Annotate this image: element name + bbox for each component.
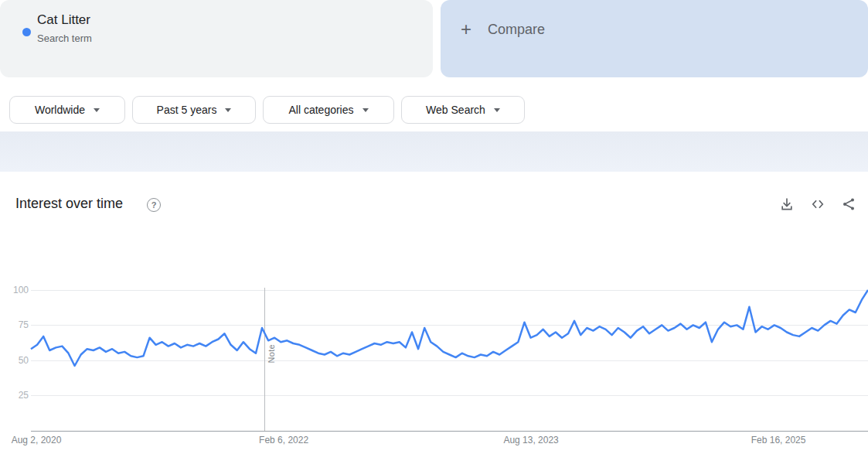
chevron-down-icon: [363, 108, 369, 112]
share-icon: [841, 196, 856, 212]
embed-button[interactable]: [809, 196, 826, 213]
filter-search-type-label: Web Search: [426, 104, 485, 116]
filter-category[interactable]: All categories: [263, 96, 394, 124]
chevron-down-icon: [225, 108, 231, 112]
filter-time-range-label: Past 5 years: [157, 104, 217, 116]
search-term-card[interactable]: Cat Litter Search term: [0, 0, 433, 77]
filter-category-label: All categories: [288, 104, 353, 116]
download-button[interactable]: [778, 196, 795, 213]
page-background-band: [0, 131, 868, 172]
chart-actions: [778, 196, 857, 213]
search-term-title: Cat Litter: [37, 12, 90, 28]
chevron-down-icon: [494, 108, 500, 112]
filter-bar: Worldwide Past 5 years All categories We…: [9, 96, 525, 124]
trend-line: [31, 290, 868, 366]
interest-over-time-card: Interest over time ? 100755025Aug 2, 202…: [0, 172, 868, 454]
filter-region[interactable]: Worldwide: [9, 96, 125, 124]
filter-time-range[interactable]: Past 5 years: [132, 96, 256, 124]
filter-region-label: Worldwide: [35, 104, 85, 116]
share-button[interactable]: [840, 196, 857, 213]
trend-chart-plot[interactable]: 100755025Aug 2, 2020Feb 6, 2022Aug 13, 2…: [0, 263, 868, 454]
help-icon[interactable]: ?: [147, 198, 161, 212]
download-icon: [779, 196, 795, 212]
filter-search-type[interactable]: Web Search: [401, 96, 525, 124]
series-color-dot: [22, 28, 31, 36]
chevron-down-icon: [94, 108, 100, 112]
compare-label: Compare: [488, 22, 545, 38]
search-term-subtitle: Search term: [37, 32, 92, 44]
embed-code-icon: [810, 196, 825, 212]
section-title: Interest over time: [15, 196, 123, 212]
plus-icon: +: [461, 19, 471, 40]
compare-card[interactable]: + Compare: [441, 0, 868, 77]
